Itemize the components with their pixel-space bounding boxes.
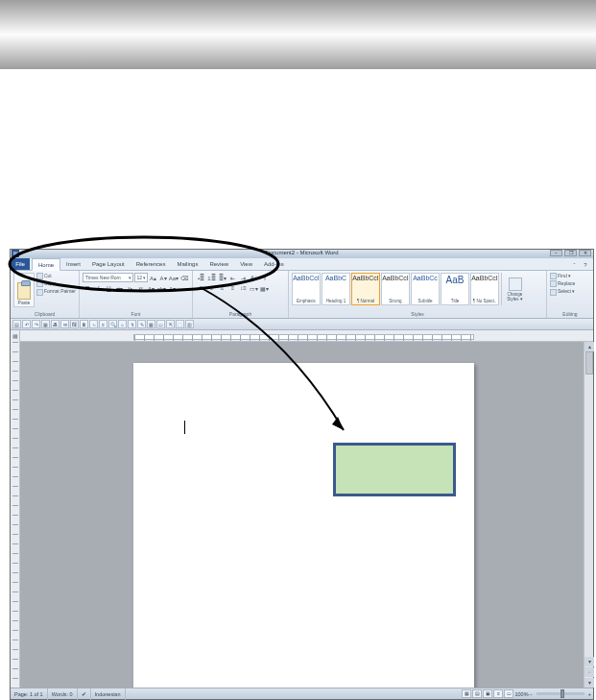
tab-page-layout[interactable]: Page Layout [86,257,131,270]
underline-button[interactable]: U [104,283,114,293]
select-button[interactable]: Select ▾ [550,288,590,295]
style-item-heading-1[interactable]: AaBbCHeading 1 [322,273,350,305]
qat-button-9[interactable]: ≡ [99,320,107,328]
status-language[interactable]: Indonesian [91,688,126,700]
zoom-out-button[interactable]: − [530,691,533,697]
align-right-button[interactable]: ≡ [217,283,227,293]
app-icon[interactable]: W [12,250,19,257]
multilevel-list-button[interactable]: ≣▾ [217,273,227,282]
increase-indent-button[interactable]: ⇥ [238,273,249,282]
bullets-button[interactable]: •≣ [196,273,206,282]
view-fullscreen-button[interactable]: ▤ [472,689,482,698]
status-page[interactable]: Page: 1 of 1 [11,688,48,700]
view-outline-button[interactable]: ≡ [493,689,503,698]
superscript-button[interactable]: x² [135,283,146,293]
help-icon[interactable]: ? [582,262,589,270]
qat-button-3[interactable]: ▦ [41,320,50,328]
ruler-vertical[interactable] [11,342,20,688]
rectangle-shape[interactable] [333,443,456,496]
format-painter-button[interactable]: Format Painter [36,288,76,295]
status-words[interactable]: Words: 0 [48,688,78,700]
document-page[interactable] [133,363,474,689]
ruler-horizontal[interactable] [133,334,474,340]
maximize-button[interactable]: ❐ [564,250,577,256]
view-draft-button[interactable]: ▭ [504,689,513,698]
view-web-button[interactable]: ▣ [483,689,492,698]
qat-button-7[interactable]: 🗎 [80,320,88,328]
qat-button-10[interactable]: 🔍 [108,320,117,328]
strikethrough-button[interactable]: abc [114,283,125,293]
grow-font-button[interactable]: A▴ [149,273,158,282]
tab-view[interactable]: View [234,257,258,270]
tab-mailings[interactable]: Mailings [171,257,203,270]
zoom-slider[interactable] [536,692,584,695]
font-name-combo[interactable]: Times New Rom [83,273,133,282]
font-size-combo[interactable]: 12 [134,273,148,282]
qat-button-1[interactable]: ↶ [22,320,31,328]
text-effects-button[interactable]: A▾ [146,283,156,293]
style-item--normal[interactable]: AaBbCcI¶ Normal [351,273,380,305]
zoom-slider-handle[interactable] [560,689,564,698]
qat-button-5[interactable]: ✉ [60,320,69,328]
qat-button-17[interactable]: ⬚ [176,320,184,328]
change-case-button[interactable]: Aa▾ [169,273,179,282]
minimize-button[interactable]: – [550,250,562,256]
minimize-ribbon-icon[interactable]: ˄ [570,262,578,270]
style-item-emphasis[interactable]: AaBbCcIEmphasis [292,273,321,305]
align-left-button[interactable]: ≡ [196,283,206,293]
qat-button-15[interactable]: ▭ [156,320,165,328]
ruler-toggle[interactable]: ▦ [11,330,20,342]
numbering-button[interactable]: 1≣ [206,273,217,282]
scroll-thumb[interactable] [585,351,593,374]
highlight-button[interactable]: ab▾ [156,283,167,293]
sort-button[interactable]: A↓ [249,273,259,282]
style-item-title[interactable]: AaBTitle [441,273,469,305]
font-color-button[interactable]: A▾ [167,283,178,293]
qat-button-18[interactable]: ▥ [185,320,194,328]
tab-insert[interactable]: Insert [60,257,86,270]
decrease-indent-button[interactable]: ⇤ [227,273,238,282]
zoom-in-button[interactable]: + [588,691,591,697]
styles-gallery[interactable]: AaBbCcIEmphasisAaBbCHeading 1AaBbCcI¶ No… [292,273,499,305]
qat-button-0[interactable]: ▤ [12,320,21,328]
zoom-percent[interactable]: 100% [514,691,528,697]
replace-button[interactable]: Replace [550,280,590,287]
qat-button-11[interactable]: ⌕ [118,320,127,328]
copy-button[interactable]: Copy [36,280,76,287]
next-page-icon[interactable]: ▾ [584,678,594,688]
cut-button[interactable]: Cut [36,273,76,279]
qat-button-4[interactable]: 🖶 [51,320,60,328]
vertical-scrollbar[interactable]: ▴ ▾ ◦ ▾ [584,342,593,688]
tab-home[interactable]: Home [32,258,60,271]
find-button[interactable]: Find ▾ [550,273,590,279]
scroll-up-arrow-icon[interactable]: ▴ [584,342,594,351]
show-marks-button[interactable]: ¶ [259,273,270,282]
paste-button[interactable]: Paste [13,273,35,307]
align-center-button[interactable]: ≡ [206,283,217,293]
clear-formatting-button[interactable]: ⌫ [179,273,189,282]
tab-file[interactable]: File [11,257,30,270]
qat-button-2[interactable]: ↷ [32,320,40,328]
close-button[interactable]: ✕ [579,250,591,256]
style-item-subtitle[interactable]: AaBbCcSubtitle [411,273,440,305]
shading-button[interactable]: ▭▾ [249,283,259,293]
status-proofing[interactable]: ✔ [78,688,91,700]
subscript-button[interactable]: x₂ [125,283,135,293]
shrink-font-button[interactable]: A▾ [158,273,168,282]
qat-button-8[interactable]: ⤿ [89,320,98,328]
qat-button-14[interactable]: ▦ [147,320,155,328]
italic-button[interactable]: I [93,283,104,293]
qat-button-12[interactable]: ↯ [128,320,136,328]
qat-button-13[interactable]: ✎ [137,320,146,328]
borders-button[interactable]: ▦▾ [259,283,270,293]
qat-button-6[interactable]: 🖫 [70,320,79,328]
scroll-down-arrow-icon[interactable]: ▾ [584,657,594,666]
bold-button[interactable]: B [83,283,93,293]
tab-addins[interactable]: Add-Ins [258,257,290,270]
justify-button[interactable]: ≡ [227,283,238,293]
change-styles-button[interactable]: Change Styles ▾ [501,273,528,305]
tab-references[interactable]: References [131,257,172,270]
qat-button-16[interactable]: ⇱ [166,320,175,328]
style-item--no-spaci-[interactable]: AaBbCcI¶ No Spaci.. [470,273,499,305]
line-spacing-button[interactable]: ↕≡ [238,283,249,293]
